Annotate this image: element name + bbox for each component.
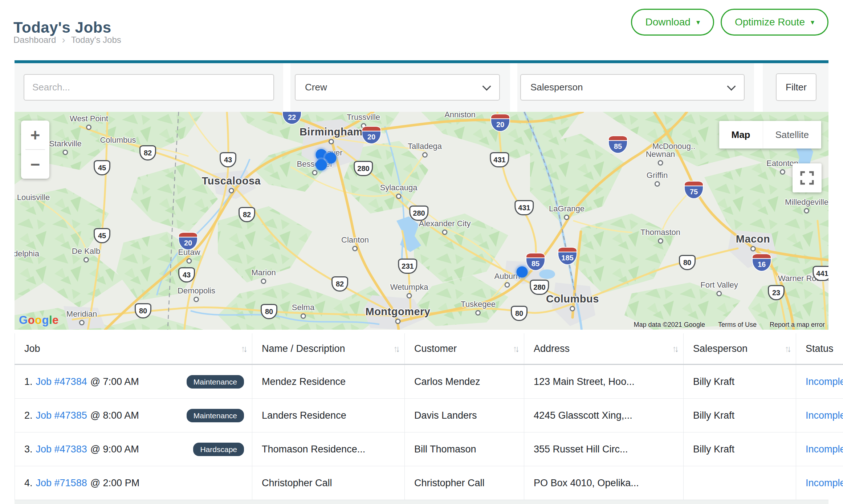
status-cell: Incomplete (796, 432, 843, 466)
address-cell: PO Box 4010, Opelika... (524, 466, 684, 500)
column-header[interactable]: Name / Description ↑↓ (252, 333, 405, 365)
zoom-in-button[interactable]: + (21, 121, 49, 149)
job-cell: 1. Job #47384 @ 7:00 AM Maintenance (15, 365, 252, 399)
google-logo-letter: l (49, 314, 52, 326)
today-jobs-page: Today's Jobs Dashboard › Today's Jobs Do… (0, 0, 843, 504)
filter-bar: Crew Salesperson Filter (15, 63, 828, 112)
terms-of-use-link[interactable]: Terms of Use (718, 321, 757, 329)
job-time: @ 8:00 AM (90, 410, 139, 421)
job-map-marker[interactable] (316, 159, 327, 171)
optimize-route-button[interactable]: Optimize Route ▾ (721, 9, 828, 36)
column-header[interactable]: Address ↑↓ (524, 333, 684, 365)
customer-cell: Bill Thomason (405, 432, 524, 466)
fullscreen-icon (800, 171, 814, 185)
customer-cell: Davis Landers (405, 399, 524, 432)
job-map-marker[interactable] (517, 267, 528, 278)
breadcrumb-current: Today's Jobs (71, 35, 121, 45)
status-cell: Incomplete (796, 466, 843, 500)
job-link[interactable]: Job #47384 (36, 376, 87, 387)
download-button-label: Download (645, 16, 691, 28)
sort-icon[interactable]: ↑↓ (672, 344, 677, 354)
map-type-map-button[interactable]: Map (719, 121, 763, 149)
chevron-down-icon: ▾ (811, 19, 814, 26)
job-number: 2. (24, 410, 33, 421)
optimize-route-button-label: Optimize Route (735, 16, 805, 28)
job-cell: 3. Job #47383 @ 9:00 AM Hardscape (15, 432, 252, 466)
map[interactable]: West Point Columbus Starkville Trussvill… (15, 112, 828, 330)
name-cell: Thomason Residence... (252, 432, 405, 466)
job-link[interactable]: Job #71588 (36, 477, 87, 489)
fullscreen-button[interactable] (793, 163, 822, 192)
chevron-down-icon: ▾ (696, 19, 700, 26)
map-zoom-control: + − (21, 121, 49, 179)
status-link[interactable]: Incomplete (806, 376, 843, 387)
sort-icon[interactable]: ↑↓ (785, 344, 789, 354)
status-link[interactable]: Incomplete (806, 477, 843, 488)
job-type-badge: Maintenance (187, 375, 244, 389)
map-type-toggle: Map Satellite (719, 121, 822, 149)
status-link[interactable]: Incomplete (806, 444, 843, 455)
job-cell: 4. Job #71588 @ 2:00 PM (15, 466, 252, 500)
column-header[interactable]: Customer ↑↓ (405, 333, 524, 365)
google-logo-letter: G (19, 314, 28, 326)
customer-cell: Carlos Mendez (405, 365, 524, 399)
address-cell: 123 Main Street, Hoo... (524, 365, 684, 399)
address-cell: 4245 Glasscott Xing,... (524, 399, 684, 432)
google-logo[interactable]: Google (19, 314, 59, 327)
column-header-label: Status (806, 343, 834, 354)
search-input[interactable] (24, 74, 274, 101)
salesperson-cell: Billy Kraft (684, 399, 796, 432)
table-footer-strip (15, 500, 828, 504)
zoom-out-button[interactable]: − (21, 150, 49, 179)
breadcrumb: Dashboard › Today's Jobs (13, 35, 121, 45)
map-type-satellite-button[interactable]: Satellite (763, 121, 822, 149)
table-row: 3. Job #47383 @ 9:00 AM Hardscape Thomas… (15, 432, 843, 466)
table-row: 2. Job #47385 @ 8:00 AM Maintenance Land… (15, 399, 843, 432)
sort-icon[interactable]: ↑↓ (513, 344, 517, 354)
table-row: 4. Job #71588 @ 2:00 PM Christopher Call… (15, 466, 843, 500)
map-data-copyright: Map data ©2021 Google (634, 321, 705, 329)
salesperson-cell (684, 466, 796, 500)
job-time: @ 9:00 AM (90, 444, 139, 455)
job-number: 4. (24, 477, 33, 489)
customer-cell: Christopher Call (405, 466, 524, 500)
salesperson-select[interactable]: Salesperson (520, 74, 745, 101)
toolbar: Download ▾ Optimize Route ▾ (631, 9, 828, 36)
job-link[interactable]: Job #47383 (36, 444, 87, 455)
column-header-label: Address (534, 343, 570, 354)
sort-icon[interactable]: ↑↓ (241, 344, 245, 354)
report-map-error-link[interactable]: Report a map error (770, 321, 825, 329)
job-time: @ 7:00 AM (90, 376, 139, 387)
salesperson-section: Salesperson (517, 63, 754, 112)
column-header-label: Customer (414, 343, 457, 354)
download-button[interactable]: Download ▾ (631, 9, 714, 36)
salesperson-cell: Billy Kraft (684, 365, 796, 399)
filter-button[interactable]: Filter (776, 73, 816, 101)
jobs-table-section: Job ↑↓ Name / Description ↑↓ (15, 333, 828, 504)
job-map-marker[interactable] (325, 153, 337, 164)
crew-select-value: Crew (305, 82, 327, 93)
jobs-table: Job ↑↓ Name / Description ↑↓ (15, 333, 843, 500)
column-header[interactable]: Status ↑↓ (796, 333, 843, 365)
filter-button-section: Filter (763, 63, 828, 112)
table-row: 1. Job #47384 @ 7:00 AM Maintenance Mend… (15, 365, 843, 399)
job-cell: 2. Job #47385 @ 8:00 AM Maintenance (15, 399, 252, 432)
job-type-badge: Maintenance (187, 409, 244, 422)
column-header-label: Name / Description (262, 343, 345, 354)
google-logo-letter: o (28, 314, 35, 326)
status-cell: Incomplete (796, 399, 843, 432)
job-link[interactable]: Job #47385 (36, 410, 87, 421)
google-logo-letter: e (52, 314, 59, 326)
google-logo-letter: g (42, 314, 49, 326)
crew-section: Crew (290, 63, 510, 112)
column-header[interactable]: Salesperson ↑↓ (684, 333, 796, 365)
column-header[interactable]: Job ↑↓ (15, 333, 252, 365)
sort-icon[interactable]: ↑↓ (393, 344, 398, 354)
page-title: Today's Jobs (13, 19, 111, 36)
search-section (15, 63, 283, 112)
breadcrumb-dashboard-link[interactable]: Dashboard (13, 35, 56, 45)
crew-select[interactable]: Crew (295, 74, 500, 101)
breadcrumb-separator-icon: › (62, 35, 65, 45)
map-terrain (15, 112, 828, 330)
status-link[interactable]: Incomplete (806, 410, 843, 421)
